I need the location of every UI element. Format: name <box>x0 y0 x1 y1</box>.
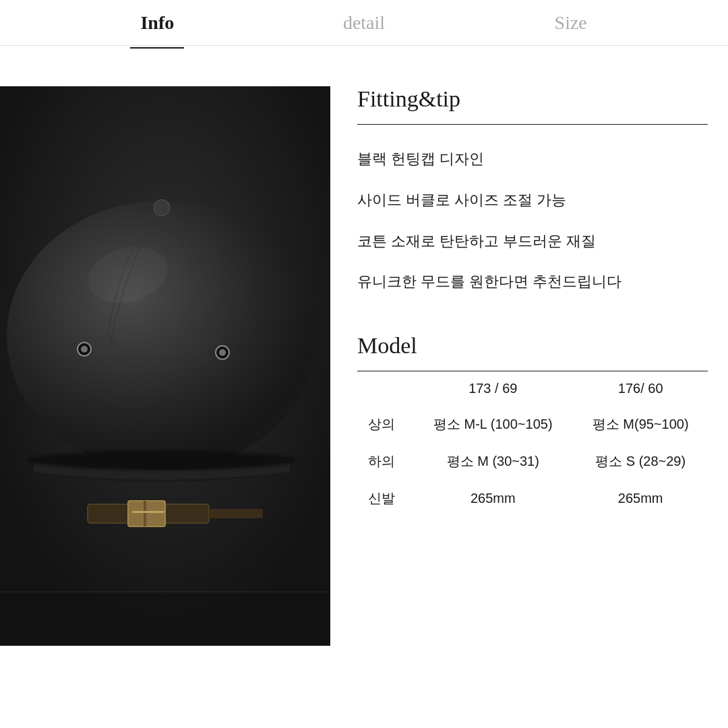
model-row-bottom-label: 하의 <box>357 443 413 480</box>
model-row-bottom: 하의 평소 M (30~31) 평소 S (28~29) <box>357 443 708 480</box>
svg-rect-11 <box>144 501 146 526</box>
fitting-item-4: 유니크한 무드를 원한다면 추천드립니다 <box>357 272 708 293</box>
model-col2-header: 176/ 60 <box>573 371 708 406</box>
fitting-item-3: 코튼 소재로 탄탄하고 부드러운 재질 <box>357 231 708 252</box>
tab-navigation: Info detail Size <box>0 0 728 46</box>
model-row-shoes-label: 신발 <box>357 480 413 517</box>
svg-rect-10 <box>128 501 165 526</box>
model-row-bottom-col2: 평소 S (28~29) <box>573 443 708 480</box>
product-image <box>0 86 330 646</box>
svg-rect-12 <box>132 511 164 513</box>
model-row-bottom-col1: 평소 M (30~31) <box>413 443 573 480</box>
model-header-row: 173 / 69 176/ 60 <box>357 371 708 406</box>
model-row-top-label: 상의 <box>357 406 413 443</box>
svg-point-2 <box>7 201 317 471</box>
model-row-top: 상의 평소 M-L (100~105) 평소 M(95~100) <box>357 406 708 443</box>
svg-point-4 <box>154 200 170 216</box>
model-row-shoes-col2: 265mm <box>573 480 708 517</box>
svg-point-15 <box>27 450 297 471</box>
svg-point-6 <box>81 346 88 353</box>
tab-size[interactable]: Size <box>467 0 674 47</box>
model-row-shoes: 신발 265mm 265mm <box>357 480 708 517</box>
fitting-divider <box>357 124 708 125</box>
fitting-item-2: 사이드 버클로 사이즈 조절 가능 <box>357 190 708 211</box>
model-table: 173 / 69 176/ 60 상의 평소 M-L (100~105) 평소 … <box>357 371 708 517</box>
tab-info[interactable]: Info <box>54 0 261 47</box>
model-title: Model <box>357 333 708 359</box>
tab-detail[interactable]: detail <box>261 0 468 47</box>
svg-rect-19 <box>0 592 330 646</box>
fitting-title: Fitting&tip <box>357 86 708 112</box>
svg-point-8 <box>219 349 226 356</box>
svg-rect-13 <box>209 509 263 518</box>
fitting-list: 블랙 헌팅캡 디자인 사이드 버클로 사이즈 조절 가능 코튼 소재로 탄탄하고… <box>357 149 708 293</box>
model-col-label <box>357 371 413 406</box>
main-content: Fitting&tip 블랙 헌팅캡 디자인 사이드 버클로 사이즈 조절 가능… <box>0 46 728 728</box>
model-col1-header: 173 / 69 <box>413 371 573 406</box>
model-row-shoes-col1: 265mm <box>413 480 573 517</box>
info-section: Fitting&tip 블랙 헌팅캡 디자인 사이드 버클로 사이즈 조절 가능… <box>330 86 728 728</box>
fitting-item-1: 블랙 헌팅캡 디자인 <box>357 149 708 170</box>
model-row-top-col1: 평소 M-L (100~105) <box>413 406 573 443</box>
model-row-top-col2: 평소 M(95~100) <box>573 406 708 443</box>
